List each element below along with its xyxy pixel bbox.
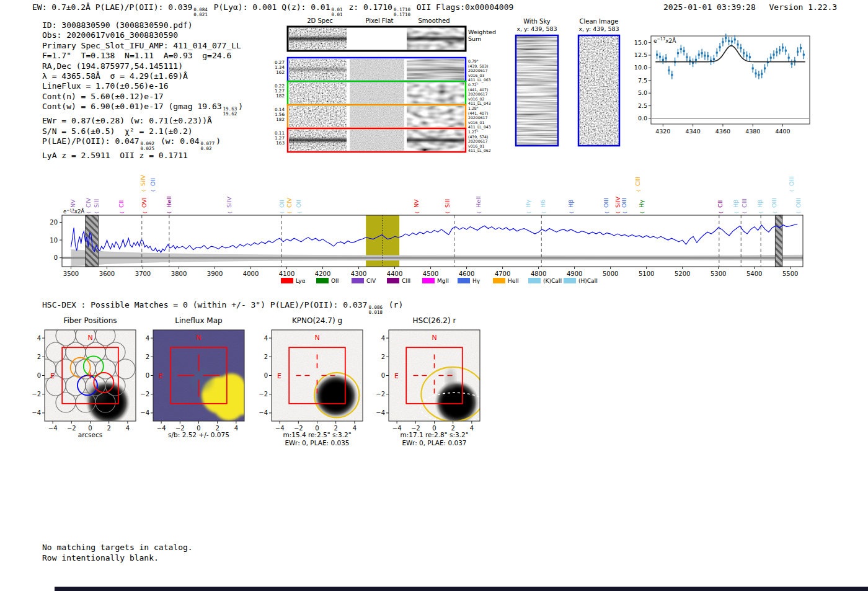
info-text: ID: 3008830590 (3008830590.pdf): [42, 20, 193, 30]
header-right: 2025-01-01 03:39:28 Version 1.22.3: [655, 2, 837, 12]
info-uncertainty: 19.6319.62: [223, 107, 237, 116]
line-label-bracket: {: [287, 211, 292, 214]
info-line: λ = 4365.58Å σ = 4.29(±1.69)Å: [42, 71, 243, 81]
sky-panel-title: With Sky: [523, 18, 551, 25]
y-tick-label: 2.5: [638, 102, 647, 109]
info-text: LyA z = 2.5911 OII z = 0.1711: [42, 151, 188, 160]
x-tick-label: 3700: [135, 270, 151, 277]
x-tick-label: 4900: [567, 270, 582, 277]
y-tick-label: 0: [264, 372, 268, 379]
compass-east-label: E: [277, 372, 281, 380]
line-label-bracket: {: [719, 211, 724, 214]
x-tick-label: 4340: [686, 128, 701, 135]
legend-swatch: [564, 278, 576, 283]
spec2d-row: [288, 128, 466, 152]
legend-label: Lyα: [296, 278, 306, 284]
cutout-title: Lineflux Map: [175, 316, 222, 325]
data-point: [773, 54, 774, 56]
faint-wisp: [446, 368, 456, 389]
emission-line-label: OII: [278, 200, 285, 208]
data-point: [740, 47, 742, 49]
sky-image-panels: With Skyx, y: 439, 583Clean Imagex, y: 4…: [508, 17, 632, 149]
header-row: EW: 0.7±0.2Å P(LAE)/P(OII): 0.0390.0840.…: [32, 2, 513, 17]
y-tick-label: 4: [264, 335, 268, 342]
report-timestamp: 2025-01-01 03:39:28: [663, 2, 756, 12]
data-point: [743, 52, 745, 54]
y-tick-label: 4: [37, 335, 41, 342]
hscdex-text: HSC-DEX : Possible Matches = 0 (within +…: [42, 300, 367, 309]
sky-panel-image: [578, 35, 619, 146]
line-label-bracket: {: [640, 211, 645, 214]
line-label-bracket: {: [734, 211, 739, 214]
compass-east-label: E: [394, 372, 399, 380]
info-line: Obs: 20200617v016_3008830590: [42, 30, 243, 40]
pixel-flat-image: [350, 82, 404, 104]
line-label-bracket: {: [86, 211, 91, 214]
y-tick-label: −2: [32, 391, 41, 398]
legend-label: Hγ: [472, 278, 480, 284]
y-tick-label: −2: [259, 391, 268, 398]
emission-line-label: Hδ: [539, 200, 546, 208]
data-point: [803, 54, 805, 56]
sky-panel-coords: x, y: 439, 583: [516, 25, 557, 32]
data-point: [671, 74, 673, 76]
sky-panel-coords: x, y: 439, 583: [578, 25, 619, 32]
line-label-bracket: {: [141, 190, 146, 192]
emission-line-label: SiIV: [226, 197, 232, 208]
x-tick-label: 4000: [243, 270, 259, 277]
data-point: [713, 58, 715, 60]
sky-panel-title: Clean Image: [580, 18, 619, 25]
cutout-image-img_r: [389, 330, 490, 425]
data-point: [701, 52, 703, 54]
data-point: [728, 40, 730, 42]
y-tick-label: 0: [381, 372, 385, 379]
elixer-report-page: EW: 0.7±0.2Å P(LAE)/P(OII): 0.0390.0840.…: [0, 0, 868, 591]
fiber-id-label: (439, 583): [468, 64, 488, 68]
info-line: P(LAE)/P(OII): 0.0470.0920.025 (w: 0.040…: [42, 136, 243, 151]
header-text: OII Flags:0x00004009: [412, 2, 513, 12]
header-text: z: 0.1710: [344, 2, 392, 12]
line-label-bracket: {: [526, 211, 531, 214]
y-tick-label: −4: [376, 409, 385, 416]
line-label-bracket: {: [569, 211, 574, 214]
compass-north-label: N: [314, 334, 319, 342]
legend-label: CIV: [366, 278, 376, 284]
x-tick-label: −4: [157, 425, 166, 432]
info-text: (w: 0.04: [156, 136, 199, 146]
cutout-xlabel: m:15.4 re:2.5" s:3.2": [283, 431, 352, 438]
info-text: Cont(n) = 5.60(±0.12)e-17: [42, 92, 164, 101]
legend-swatch: [281, 278, 293, 283]
data-point: [716, 51, 718, 53]
fiber-id-label: 1.27": [468, 130, 479, 134]
noise-core: [62, 257, 803, 259]
data-point: [707, 55, 709, 57]
emission-line-label: SiIV: [140, 175, 146, 186]
sky-line-hatch-band: [775, 215, 782, 267]
x-tick-label: 5000: [603, 270, 618, 277]
fiber-id-label: 0.72": [468, 82, 479, 87]
x-tick-label: 4400: [387, 270, 402, 277]
fiber-id-label: (439, 574): [468, 135, 488, 139]
data-point: [758, 74, 760, 76]
compass-north-label: N: [87, 334, 92, 342]
data-point: [731, 40, 733, 42]
info-text: Primary Spec_Slot_IFU_AMP: 411_014_077_L…: [42, 41, 241, 50]
data-point: [761, 73, 763, 75]
emission-line-label: SiIV: [614, 197, 621, 208]
teal-smudge: [190, 368, 213, 391]
data-point: [686, 56, 688, 58]
data-point: [737, 43, 738, 45]
line-label-bracket: {: [167, 211, 172, 214]
pixel-flat-image: [350, 106, 404, 127]
info-text: EWr = 0.87(±0.28) (w: 0.71(±0.23))Å: [42, 116, 212, 125]
data-point: [722, 41, 724, 43]
emission-line-label: Hγ: [525, 200, 531, 208]
legend-swatch: [493, 278, 505, 283]
data-point: [704, 55, 706, 56]
sub-value: 19.62: [223, 112, 237, 117]
line-label-bracket: {: [742, 211, 747, 214]
x-tick-label: 4300: [351, 270, 366, 277]
data-point: [785, 50, 787, 51]
data-point: [698, 54, 700, 56]
info-text: ): [238, 102, 243, 111]
